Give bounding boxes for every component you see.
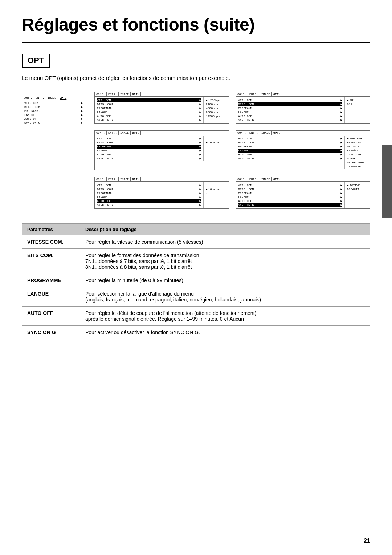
- param-langue: LANGUE: [22, 287, 80, 307]
- item-auto-off: AUTO OFF▶: [24, 117, 83, 121]
- screen-auto-off-body: VIT. COM▶ BITS. COM▶ PROGRAMM.▶ LANGUE▶ …: [95, 182, 229, 208]
- screen-auto-off-header: CONF. ENTR. IMAGE OPT.: [95, 177, 229, 182]
- tab-entr: ENTR.: [34, 96, 46, 100]
- params-table: Paramètres Description du réglage VITESS…: [22, 223, 370, 339]
- desc-auto-off: Pour régler le délai de coupure de l'ali…: [80, 307, 370, 326]
- screen-bits-com-header: CONF. ENTR. IMAGE OPT.: [236, 92, 370, 97]
- screen-sync-on-g: CONF. ENTR. IMAGE OPT. VIT. COM▶ BITS. C…: [236, 177, 370, 209]
- table-row: BITS COM. Pour régler le format des donn…: [22, 249, 370, 274]
- left-screen-items: VIT. COM▶ BITS. COM▶ PROGRAMM.▶ LANGUE▶ …: [22, 100, 85, 126]
- title-underline: [22, 42, 370, 43]
- screen-langue-header: CONF. ENTR. IMAGE OPT.: [236, 131, 370, 135]
- left-screen-area: CONF. ENTR. IMAGE OPT. VIT. COM▶ BITS. C…: [22, 92, 94, 209]
- page-number: 21: [364, 538, 370, 544]
- page-title: Réglages et fonctions (suite): [22, 15, 370, 35]
- table-row: PROGRAMME Pour régler la minuterie (de 0…: [22, 274, 370, 287]
- left-menu-screen: CONF. ENTR. IMAGE OPT. VIT. COM▶ BITS. C…: [22, 96, 85, 126]
- screens-grid: CONF. ENTR. IMAGE OPT. VIT. COM▶ BITS. C…: [94, 92, 370, 209]
- item-vit-com: VIT. COM▶: [24, 101, 83, 105]
- param-programme: PROGRAMME: [22, 274, 80, 287]
- param-auto-off: AUTO OFF: [22, 307, 80, 326]
- item-langue: LANGUE▶: [24, 113, 83, 117]
- screen-langue-body: VIT. COM▶ BITS. COM▶ PROGRAMM.▶ LANGUE▶ …: [236, 135, 370, 170]
- item-sync-on-g: SYNC ON G▶: [24, 121, 83, 125]
- screen-programm-header: CONF. ENTR. IMAGE OPT.: [95, 131, 229, 135]
- desc-programme: Pour régler la minuterie (de 0 à 99 minu…: [80, 274, 370, 287]
- screen-vit-com-body: VIT. COM▶ BITS. COM▶ PROGRAMM.▶ LANGUE▶ …: [95, 97, 229, 123]
- table-header-desc: Description du réglage: [80, 224, 370, 235]
- screen-auto-off: CONF. ENTR. IMAGE OPT. VIT. COM▶ BITS. C…: [94, 177, 229, 209]
- screens-section: CONF. ENTR. IMAGE OPT. VIT. COM▶ BITS. C…: [22, 92, 370, 209]
- item-programm: PROGRAMM.▶: [24, 109, 83, 113]
- param-bits-com: BITS COM.: [22, 249, 80, 274]
- left-screen-header: CONF. ENTR. IMAGE OPT.: [22, 96, 85, 100]
- param-sync-on-g: SYNC ON G: [22, 326, 80, 339]
- screen-bits-com: CONF. ENTR. IMAGE OPT. VIT. COM▶ BITS. C…: [236, 92, 370, 124]
- desc-sync-on-g: Pour activer ou désactiver la fonction S…: [80, 326, 370, 339]
- table-row: LANGUE Pour sélectionner la langue d'aff…: [22, 287, 370, 307]
- screen-vit-com-header: CONF. ENTR. IMAGE OPT.: [95, 92, 229, 97]
- tab-opt: OPT.: [58, 96, 68, 100]
- screen-sync-on-g-header: CONF. ENTR. IMAGE OPT.: [236, 177, 370, 182]
- screen-bits-com-body: VIT. COM▶ BITS. COM▶ PROGRAMM.▶ LANGUE▶ …: [236, 97, 370, 123]
- table-row: AUTO OFF Pour régler le délai de coupure…: [22, 307, 370, 326]
- table-row: VITESSE COM. Pour régler la vitesse de c…: [22, 235, 370, 249]
- opt-badge: OPT: [22, 54, 50, 68]
- screen-sync-on-g-body: VIT. COM▶ BITS. COM▶ PROGRAMM.▶ LANGUE▶ …: [236, 182, 370, 208]
- screen-langue: CONF. ENTR. IMAGE OPT. VIT. COM▶ BITS. C…: [236, 130, 370, 170]
- desc-langue: Pour sélectionner la langue d'affichage …: [80, 287, 370, 307]
- right-sidebar-accent: [382, 145, 392, 218]
- screen-vit-com: CONF. ENTR. IMAGE OPT. VIT. COM▶ BITS. C…: [94, 92, 229, 124]
- screen-programm-body: VIT. COM▶ BITS. COM▶ PROGRAMM.▶ LANGUE▶ …: [95, 135, 229, 162]
- table-header-params: Paramètres: [22, 224, 80, 235]
- param-vitesse-com: VITESSE COM.: [22, 235, 80, 249]
- intro-text: Le menu OPT (options) permet de régler l…: [22, 75, 370, 81]
- screen-programm: CONF. ENTR. IMAGE OPT. VIT. COM▶ BITS. C…: [94, 130, 229, 170]
- desc-vitesse-com: Pour régler la vitesse de communication …: [80, 235, 370, 249]
- tab-image: IMAGE: [46, 96, 58, 100]
- item-bits-com: BITS. COM▶: [24, 105, 83, 109]
- table-row: SYNC ON G Pour activer ou désactiver la …: [22, 326, 370, 339]
- page-container: Réglages et fonctions (suite) OPT Le men…: [0, 0, 392, 361]
- desc-bits-com: Pour régler le format des données de tra…: [80, 249, 370, 274]
- tab-conf: CONF.: [22, 96, 34, 100]
